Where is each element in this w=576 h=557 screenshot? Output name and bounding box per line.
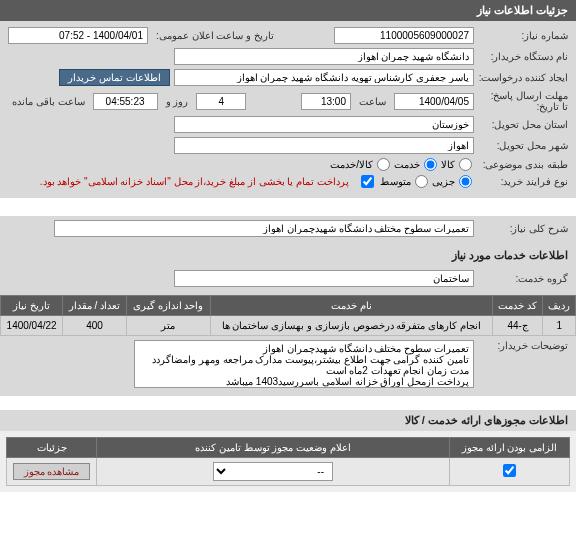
desc-input[interactable] xyxy=(54,220,474,237)
cell-name: انجام کارهای متفرقه درخصوص بازسازی و بهس… xyxy=(210,316,492,336)
th-date: تاریخ نیاز xyxy=(1,296,63,316)
buyer-org-label: نام دستگاه خریدار: xyxy=(478,51,568,62)
view-permit-button[interactable]: مشاهده مجوز xyxy=(13,463,91,480)
cell-qty: 400 xyxy=(63,316,127,336)
service-table: ردیف کد خدمت نام خدمت واحد اندازه گیری ت… xyxy=(0,295,576,336)
province-input[interactable] xyxy=(174,116,474,133)
treasury-checkbox[interactable] xyxy=(361,175,374,188)
cell-code: ج-44 xyxy=(493,316,543,336)
public-date-label: تاریخ و ساعت اعلان عمومی: xyxy=(152,30,278,41)
deadline-date-input[interactable] xyxy=(394,93,474,110)
mandatory-checkbox[interactable] xyxy=(503,464,516,477)
days-left-input xyxy=(196,93,246,110)
buyer-notes-textarea[interactable] xyxy=(134,340,474,388)
services-section-title: اطلاعات خدمات مورد نیاز xyxy=(0,245,576,266)
page-header: جزئیات اطلاعات نیاز xyxy=(0,0,576,21)
main-form: شماره نیاز: تاریخ و ساعت اعلان عمومی: نا… xyxy=(0,21,576,198)
buyer-contact-button[interactable]: اطلاعات تماس خریدار xyxy=(59,69,170,86)
th-name: نام خدمت xyxy=(210,296,492,316)
services-group-row: گروه خدمت: xyxy=(0,266,576,295)
city-input[interactable] xyxy=(174,137,474,154)
page-title: جزئیات اطلاعات نیاز xyxy=(477,4,568,16)
time-left-input xyxy=(93,93,158,110)
radio-partial[interactable]: جزیی xyxy=(432,175,474,188)
th-details: جزئیات xyxy=(7,438,97,458)
cell-unit: متر xyxy=(126,316,210,336)
permits-table: الزامی بودن ارائه مجوز اعلام وضعیت مجوز … xyxy=(6,437,570,486)
category-radio-group: کالا خدمت کالا/خدمت xyxy=(330,158,474,171)
province-label: استان محل تحویل: xyxy=(478,119,568,130)
permits-section-title: اطلاعات مجوزهای ارائه خدمت / کالا xyxy=(0,410,576,431)
buyer-notes-section: توضیحات خریدار: xyxy=(0,336,576,396)
need-no-input[interactable] xyxy=(334,27,474,44)
permit-row: -- مشاهده مجوز xyxy=(7,458,570,486)
days-label: روز و xyxy=(162,96,193,107)
cell-details: مشاهده مجوز xyxy=(7,458,97,486)
desc-label: شرح کلی نیاز: xyxy=(478,223,568,234)
buyer-org-input[interactable] xyxy=(174,48,474,65)
purchase-type-label: نوع فرایند خرید: xyxy=(478,176,568,187)
th-idx: ردیف xyxy=(543,296,576,316)
hour-label: ساعت xyxy=(355,96,390,107)
radio-goods-service[interactable]: کالا/خدمت xyxy=(330,158,392,171)
cell-status: -- xyxy=(97,458,450,486)
desc-section: شرح کلی نیاز: xyxy=(0,216,576,245)
need-no-label: شماره نیاز: xyxy=(478,30,568,41)
city-label: شهر محل تحویل: xyxy=(478,140,568,151)
th-status: اعلام وضعیت مجوز توسط تامین کننده xyxy=(97,438,450,458)
th-code: کد خدمت xyxy=(493,296,543,316)
purchase-hint: پرداخت تمام یا بخشی از مبلغ خرید،از محل … xyxy=(40,176,355,187)
status-select[interactable]: -- xyxy=(213,462,333,481)
th-mandatory: الزامی بودن ارائه مجوز xyxy=(450,438,570,458)
th-qty: تعداد / مقدار xyxy=(63,296,127,316)
th-unit: واحد اندازه گیری xyxy=(126,296,210,316)
purchase-type-radio-group: جزیی متوسط xyxy=(380,175,474,188)
deadline-hour-input[interactable] xyxy=(301,93,351,110)
radio-medium[interactable]: متوسط xyxy=(380,175,430,188)
creator-input[interactable] xyxy=(174,69,474,86)
public-date-input[interactable] xyxy=(8,27,148,44)
remain-label: ساعت باقی مانده xyxy=(8,96,89,107)
permits-section: الزامی بودن ارائه مجوز اعلام وضعیت مجوز … xyxy=(0,431,576,492)
table-row[interactable]: 1 ج-44 انجام کارهای متفرقه درخصوص بازساز… xyxy=(1,316,576,336)
creator-label: ایجاد کننده درخواست: xyxy=(478,72,568,83)
cell-date: 1400/04/22 xyxy=(1,316,63,336)
radio-goods[interactable]: کالا xyxy=(441,158,474,171)
service-group-input[interactable] xyxy=(174,270,474,287)
service-group-label: گروه خدمت: xyxy=(478,273,568,284)
deadline-label: مهلت ارسال پاسخ: تا تاریخ: xyxy=(478,90,568,112)
cell-mandatory xyxy=(450,458,570,486)
category-label: طبقه بندی موضوعی: xyxy=(478,159,568,170)
radio-service[interactable]: خدمت xyxy=(394,158,439,171)
cell-idx: 1 xyxy=(543,316,576,336)
buyer-notes-label: توضیحات خریدار: xyxy=(478,340,568,351)
